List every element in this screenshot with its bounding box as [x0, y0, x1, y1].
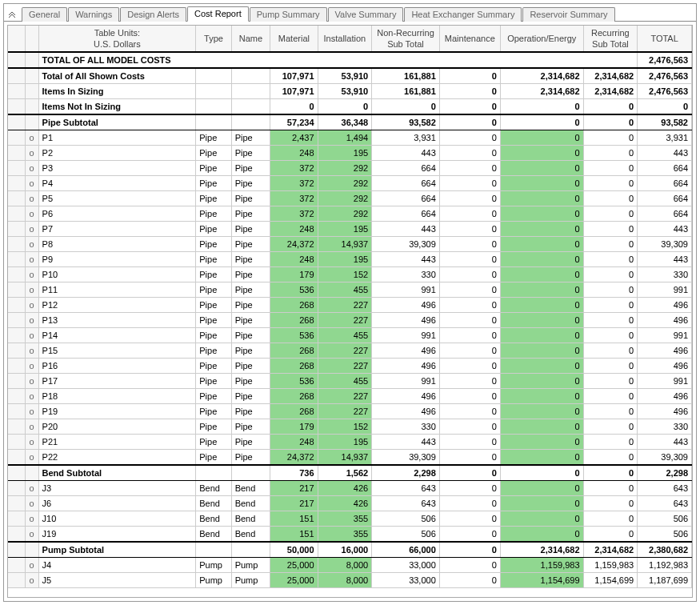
table-row[interactable]: oJ4PumpPump25,0008,00033,00001,159,9831,…	[8, 558, 692, 573]
table-row[interactable]: oJ6BendBend217426643000643	[8, 496, 692, 511]
table-row[interactable]: oP5PipePipe372292664000664	[8, 191, 692, 206]
expand-icon[interactable]: o	[25, 130, 38, 146]
table-row[interactable]: oP22PipePipe24,37214,93739,30900039,309	[8, 450, 692, 466]
tab-reservoir-summary[interactable]: Reservoir Summary	[522, 7, 614, 22]
col-units[interactable]: Table Units:U.S. Dollars	[38, 26, 196, 52]
table-row[interactable]: oP16PipePipe268227496000496	[8, 359, 692, 374]
table-row[interactable]: oP21PipePipe248195443000443	[8, 435, 692, 450]
expand-icon[interactable]: o	[25, 343, 38, 359]
col-operation[interactable]: Operation/Energy	[500, 26, 583, 52]
row-header[interactable]	[8, 191, 25, 206]
tab-heat-exchanger-summary[interactable]: Heat Exchanger Summary	[404, 7, 522, 22]
row-header[interactable]	[8, 222, 25, 237]
expand[interactable]	[25, 542, 38, 558]
expand-icon[interactable]: o	[25, 282, 38, 298]
row-header[interactable]	[8, 237, 25, 252]
expand-icon[interactable]: o	[25, 573, 38, 588]
col-recurring[interactable]: RecurringSub Total	[583, 26, 638, 52]
expand-icon[interactable]: o	[25, 496, 38, 511]
row-header[interactable]	[8, 558, 25, 573]
table-row[interactable]: oP18PipePipe268227496000496	[8, 389, 692, 404]
tab-general[interactable]: General	[22, 7, 67, 22]
expand-icon[interactable]: o	[25, 267, 38, 282]
collapse-icon[interactable]	[6, 8, 18, 21]
col-rowhdr[interactable]	[8, 26, 25, 52]
row-header[interactable]	[8, 419, 25, 435]
table-row[interactable]: oP19PipePipe268227496000496	[8, 404, 692, 419]
row-header[interactable]	[8, 542, 25, 558]
expand-icon[interactable]: o	[25, 313, 38, 328]
row-header[interactable]	[8, 267, 25, 282]
expand[interactable]	[25, 84, 38, 99]
expand-icon[interactable]: o	[25, 146, 38, 161]
row-header[interactable]	[8, 573, 25, 588]
table-row[interactable]: oP3PipePipe372292664000664	[8, 161, 692, 176]
expand-icon[interactable]: o	[25, 328, 38, 343]
expand-icon[interactable]: o	[25, 374, 38, 389]
row-header[interactable]	[8, 343, 25, 359]
tab-warnings[interactable]: Warnings	[68, 7, 119, 22]
table-row[interactable]: oP15PipePipe268227496000496	[8, 343, 692, 359]
row-header[interactable]	[8, 511, 25, 527]
table-row[interactable]: oP1PipePipe2,4371,4943,9310003,931	[8, 130, 692, 146]
row-header[interactable]	[8, 313, 25, 328]
table-row[interactable]: oJ5PumpPump25,0008,00033,00001,154,6991,…	[8, 573, 692, 588]
expand-icon[interactable]: o	[25, 237, 38, 252]
expand-icon[interactable]: o	[25, 450, 38, 466]
table-row[interactable]: oP20PipePipe179152330000330	[8, 419, 692, 435]
expand-icon[interactable]: o	[25, 359, 38, 374]
expand[interactable]	[25, 99, 38, 115]
expand[interactable]	[25, 68, 38, 84]
row-header[interactable]	[8, 206, 25, 222]
row-header[interactable]	[8, 161, 25, 176]
row-header[interactable]	[8, 465, 25, 481]
table-row[interactable]: oP11PipePipe536455991000991	[8, 282, 692, 298]
row-header[interactable]	[8, 450, 25, 466]
table-row[interactable]: oP8PipePipe24,37214,93739,30900039,309	[8, 237, 692, 252]
expand-icon[interactable]: o	[25, 419, 38, 435]
row-header[interactable]	[8, 52, 25, 68]
row-header[interactable]	[8, 176, 25, 191]
row-header[interactable]	[8, 374, 25, 389]
tab-cost-report[interactable]: Cost Report	[187, 6, 249, 22]
row-header[interactable]	[8, 146, 25, 161]
row-header[interactable]	[8, 282, 25, 298]
row-header[interactable]	[8, 252, 25, 267]
table-row[interactable]: oP12PipePipe268227496000496	[8, 298, 692, 313]
col-type[interactable]: Type	[196, 26, 231, 52]
tab-pump-summary[interactable]: Pump Summary	[250, 7, 327, 22]
expand-icon[interactable]: o	[25, 404, 38, 419]
table-row[interactable]: oP13PipePipe268227496000496	[8, 313, 692, 328]
expand-icon[interactable]: o	[25, 222, 38, 237]
table-row[interactable]: oP14PipePipe536455991000991	[8, 328, 692, 343]
table-row[interactable]: oP6PipePipe372292664000664	[8, 206, 692, 222]
expand-icon[interactable]: o	[25, 558, 38, 573]
row-header[interactable]	[8, 298, 25, 313]
expand[interactable]	[25, 465, 38, 481]
table-row[interactable]: oP17PipePipe536455991000991	[8, 374, 692, 389]
row-header[interactable]	[8, 496, 25, 511]
row-header[interactable]	[8, 328, 25, 343]
row-header[interactable]	[8, 84, 25, 99]
expand-icon[interactable]: o	[25, 527, 38, 543]
expand-icon[interactable]: o	[25, 435, 38, 450]
row-header[interactable]	[8, 527, 25, 543]
table-row[interactable]: oJ19BendBend151355506000506	[8, 527, 692, 543]
col-material[interactable]: Material	[270, 26, 318, 52]
cost-grid[interactable]: Table Units:U.S. Dollars Type Name Mater…	[7, 25, 693, 598]
row-header[interactable]	[8, 99, 25, 115]
row-header[interactable]	[8, 130, 25, 146]
table-row[interactable]: oP7PipePipe248195443000443	[8, 222, 692, 237]
row-header[interactable]	[8, 68, 25, 84]
expand-icon[interactable]: o	[25, 206, 38, 222]
tab-design-alerts[interactable]: Design Alerts	[120, 7, 186, 22]
table-row[interactable]: oJ10BendBend151355506000506	[8, 511, 692, 527]
table-row[interactable]: oP2PipePipe248195443000443	[8, 146, 692, 161]
col-installation[interactable]: Installation	[318, 26, 372, 52]
expand-icon[interactable]: o	[25, 161, 38, 176]
row-header[interactable]	[8, 404, 25, 419]
table-row[interactable]: oJ3BendBend217426643000643	[8, 481, 692, 496]
expand-icon[interactable]: o	[25, 252, 38, 267]
table-row[interactable]: oP10PipePipe179152330000330	[8, 267, 692, 282]
expand-icon[interactable]: o	[25, 191, 38, 206]
